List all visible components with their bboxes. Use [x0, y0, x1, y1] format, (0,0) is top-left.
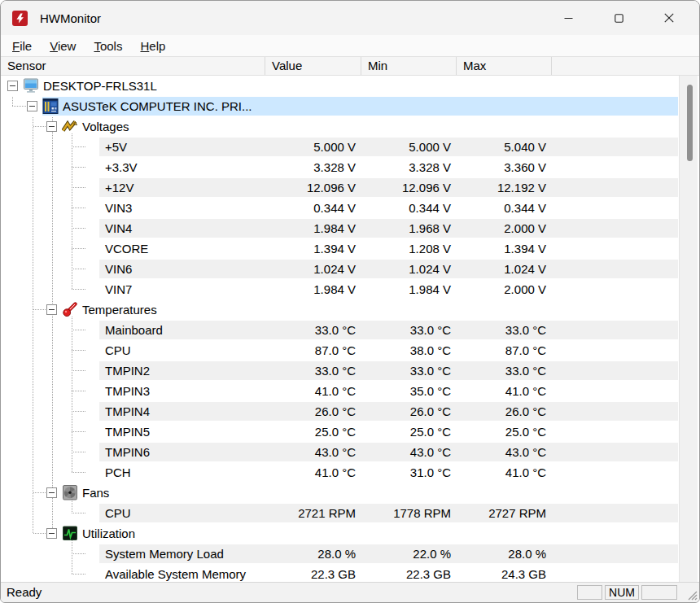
tree-row-vcore[interactable]: VCORE1.394 V1.208 V1.394 V: [1, 238, 678, 259]
column-header-value[interactable]: Value: [265, 57, 361, 75]
scrollbar-thumb[interactable]: [687, 85, 693, 161]
tree-row-fans[interactable]: Fans: [1, 483, 678, 503]
tree-row-+12v[interactable]: +12V12.096 V12.096 V12.192 V: [1, 177, 678, 198]
max-cell: 2.000 V: [457, 218, 552, 238]
min-cell: 22.3 GB: [361, 564, 457, 582]
tree-row-label: CPU: [105, 503, 131, 523]
tree-row-tmpin3[interactable]: TMPIN341.0 °C35.0 °C41.0 °C: [1, 381, 678, 401]
value-cell: 26.0 °C: [265, 401, 361, 422]
menu-bar: FileViewToolsHelp: [1, 35, 699, 57]
min-cell: 1.968 V: [361, 218, 457, 238]
expand-collapse-box[interactable]: [46, 487, 57, 498]
max-cell: 41.0 °C: [457, 381, 552, 401]
tree-row-vin7[interactable]: VIN71.984 V1.984 V2.000 V: [1, 279, 678, 299]
tree-row-+3.3v[interactable]: +3.3V3.328 V3.328 V3.360 V: [1, 157, 678, 177]
tree-row-label: TMPIN4: [105, 401, 150, 422]
tree-row-label: +5V: [105, 137, 127, 157]
min-cell: 25.0 °C: [361, 422, 457, 442]
min-cell: 22.0 %: [361, 544, 457, 564]
min-cell: 0.344 V: [361, 198, 457, 218]
resize-grip[interactable]: [687, 590, 698, 601]
min-cell: 31.0 °C: [361, 462, 457, 483]
tree-row-vin3[interactable]: VIN30.344 V0.344 V0.344 V: [1, 198, 678, 218]
tree-row-cpu[interactable]: CPU87.0 °C38.0 °C87.0 °C: [1, 340, 678, 360]
sensor-tree: DESKTOP-FRLS31LASUSTeK COMPUTER INC. PRI…: [1, 76, 699, 582]
maximize-icon: [615, 14, 623, 23]
expand-collapse-box[interactable]: [46, 528, 57, 539]
menu-item-view[interactable]: View: [41, 37, 85, 55]
utilization-icon: [62, 526, 78, 541]
max-cell: 87.0 °C: [457, 340, 552, 360]
value-cell: 43.0 °C: [265, 442, 361, 462]
tree-row-utilization[interactable]: Utilization: [1, 523, 678, 544]
tree-row-label: ASUSTeK COMPUTER INC. PRI...: [63, 96, 252, 116]
tree-row-asustek-computer-inc.-pri...[interactable]: ASUSTeK COMPUTER INC. PRI...: [1, 96, 678, 116]
title-bar[interactable]: HWMonitor: [1, 1, 699, 35]
status-bar: Ready NUM: [1, 582, 699, 602]
tree-row-tmpin6[interactable]: TMPIN643.0 °C43.0 °C43.0 °C: [1, 442, 678, 462]
column-header-sensor[interactable]: Sensor: [1, 57, 265, 75]
tree-row-vin4[interactable]: VIN41.984 V1.968 V2.000 V: [1, 218, 678, 238]
min-cell: 33.0 °C: [361, 360, 457, 381]
expand-collapse-box[interactable]: [7, 81, 18, 91]
tree-row-tmpin5[interactable]: TMPIN525.0 °C25.0 °C25.0 °C: [1, 422, 678, 442]
min-cell: 33.0 °C: [361, 320, 457, 340]
min-cell: 1778 RPM: [361, 503, 457, 523]
tree-row-vin6[interactable]: VIN61.024 V1.024 V1.024 V: [1, 259, 678, 279]
app-icon[interactable]: [12, 11, 28, 26]
tree-row-label: Temperatures: [82, 299, 157, 320]
tree-row-+5v[interactable]: +5V5.000 V5.000 V5.040 V: [1, 137, 678, 157]
min-cell: 3.328 V: [361, 157, 457, 177]
max-cell: 41.0 °C: [457, 462, 552, 483]
value-cell: 0.344 V: [265, 198, 361, 218]
min-cell: 43.0 °C: [361, 442, 457, 462]
minimize-button[interactable]: [549, 1, 587, 35]
min-cell: 1.984 V: [361, 279, 457, 299]
tree-row-tmpin4[interactable]: TMPIN426.0 °C26.0 °C26.0 °C: [1, 401, 678, 422]
hwmonitor-window: HWMonitor FileViewToolsHelp SensorV: [0, 0, 700, 603]
tree-row-label: TMPIN2: [105, 360, 150, 381]
expand-collapse-box[interactable]: [46, 121, 57, 132]
value-cell: 1.024 V: [265, 259, 361, 279]
tree-row-temperatures[interactable]: Temperatures: [1, 299, 678, 320]
close-button[interactable]: [650, 1, 688, 35]
vertical-scrollbar[interactable]: [679, 76, 698, 582]
min-cell: 5.000 V: [361, 137, 457, 157]
tree-row-available-system-memory[interactable]: Available System Memory22.3 GB22.3 GB24.…: [1, 564, 678, 582]
max-cell: 2.000 V: [457, 279, 552, 299]
tree-row-voltages[interactable]: Voltages: [1, 116, 678, 137]
value-cell: 33.0 °C: [265, 320, 361, 340]
column-header-empty[interactable]: [552, 57, 699, 75]
max-cell: 25.0 °C: [457, 422, 552, 442]
tree-row-cpu[interactable]: CPU2721 RPM1778 RPM2727 RPM: [1, 503, 678, 523]
max-cell: 43.0 °C: [457, 442, 552, 462]
window-title: HWMonitor: [40, 11, 101, 25]
expand-collapse-box[interactable]: [46, 304, 57, 315]
menu-item-tools[interactable]: Tools: [85, 37, 131, 55]
tree-row-pch[interactable]: PCH41.0 °C31.0 °C41.0 °C: [1, 462, 678, 483]
tree-row-label: PCH: [105, 462, 131, 483]
tree-row-label: TMPIN5: [105, 422, 150, 442]
value-cell: 1.984 V: [265, 279, 361, 299]
value-cell: 87.0 °C: [265, 340, 361, 360]
status-text: Ready: [7, 585, 42, 599]
value-cell: 1.984 V: [265, 218, 361, 238]
tree-row-label: TMPIN6: [105, 442, 150, 462]
tree-row-label: Voltages: [82, 116, 129, 137]
menu-item-help[interactable]: Help: [131, 37, 174, 55]
tree-row-tmpin2[interactable]: TMPIN233.0 °C33.0 °C33.0 °C: [1, 360, 678, 381]
min-cell: 1.024 V: [361, 259, 457, 279]
tree-row-label: Mainboard: [105, 320, 163, 340]
column-header-max[interactable]: Max: [457, 57, 552, 75]
tree-row-desktop-frls31l[interactable]: DESKTOP-FRLS31L: [1, 76, 678, 96]
maximize-button[interactable]: [600, 1, 637, 35]
column-header-min[interactable]: Min: [361, 57, 457, 75]
value-cell: 12.096 V: [265, 177, 361, 198]
tree-row-system-memory-load[interactable]: System Memory Load28.0 %22.0 %28.0 %: [1, 544, 678, 564]
expand-collapse-box[interactable]: [27, 101, 37, 111]
tree-row-label: TMPIN3: [105, 381, 150, 401]
temperature-icon: [62, 302, 78, 317]
menu-item-file[interactable]: File: [3, 37, 41, 55]
max-cell: 12.192 V: [457, 177, 552, 198]
tree-row-mainboard[interactable]: Mainboard33.0 °C33.0 °C33.0 °C: [1, 320, 678, 340]
